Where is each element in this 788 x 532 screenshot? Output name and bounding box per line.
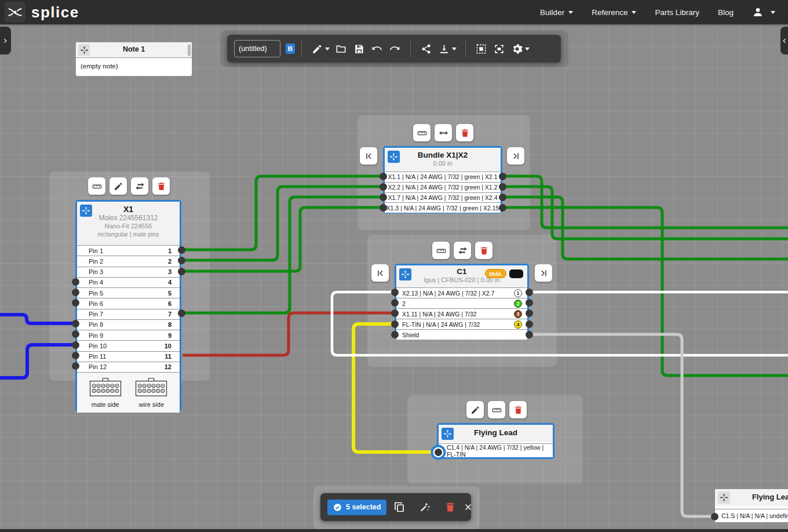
- bundle-jump-right-button[interactable]: [507, 147, 524, 165]
- wire-port[interactable]: [526, 309, 533, 317]
- bundle-stretch-button[interactable]: [435, 124, 452, 141]
- wire-port[interactable]: [526, 299, 533, 307]
- note-header[interactable]: Note 1: [76, 42, 192, 58]
- wire-port[interactable]: [499, 194, 506, 201]
- clear-selection-icon[interactable]: [463, 502, 473, 512]
- download-icon[interactable]: [439, 43, 450, 54]
- wire-port[interactable]: [380, 173, 387, 180]
- select-all-icon[interactable]: [476, 43, 487, 54]
- cable-wire-row[interactable]: FL-TIN | N/A | 24 AWG | 7/324: [396, 319, 527, 329]
- note-resize-grip[interactable]: [188, 45, 191, 56]
- fl2-header[interactable]: Flying Lead: [715, 489, 788, 506]
- fl1-edit-button[interactable]: [466, 401, 484, 418]
- move-handle-icon[interactable]: [718, 491, 730, 504]
- wire-port[interactable]: [526, 331, 533, 338]
- wire-port[interactable]: [391, 299, 399, 307]
- wire-port[interactable]: [178, 268, 185, 275]
- c1-header[interactable]: C1 Shld. Igus | CFBUS-020 | 0.00 in: [396, 265, 527, 288]
- wire-port[interactable]: [72, 330, 79, 338]
- splice-logo-icon[interactable]: [5, 2, 25, 23]
- cable-wire-row[interactable]: X1.11 | N/A | 24 AWG | 7/323: [396, 308, 527, 319]
- wire-port[interactable]: [72, 278, 79, 286]
- settings-caret-icon[interactable]: [525, 48, 530, 50]
- canvas[interactable]: Note 1 (empty note) B: [0, 0, 788, 532]
- wire-c1-4-to-fl1[interactable]: [353, 324, 438, 452]
- move-handle-icon[interactable]: [442, 428, 454, 440]
- pin-row[interactable]: Pin 99: [77, 330, 180, 340]
- x1-header[interactable]: X1 Molex 2245561312 Nano-Fit 224556 rect…: [77, 202, 180, 246]
- wire-port[interactable]: [435, 449, 442, 456]
- wire-port[interactable]: [380, 183, 387, 191]
- pin-row[interactable]: Pin 88: [77, 319, 180, 330]
- pin-row[interactable]: Pin 1111: [77, 351, 180, 362]
- c1-jump-right-button[interactable]: [535, 264, 552, 282]
- wire-port[interactable]: [178, 257, 185, 264]
- edit-tool-icon[interactable]: [312, 43, 323, 54]
- node-flying-lead-2[interactable]: Flying Lead C1.S | N/A | N/A | undefined…: [714, 489, 788, 523]
- pin-row[interactable]: Pin 55: [77, 287, 180, 298]
- wire-c1-shield-to-fl2[interactable]: [529, 334, 714, 516]
- x1-delete-button[interactable]: [152, 177, 170, 195]
- move-handle-icon[interactable]: [388, 151, 400, 163]
- wire-bundle-r2-right[interactable]: [502, 187, 788, 239]
- pin-row[interactable]: Pin 66: [77, 298, 180, 308]
- share-icon[interactable]: [421, 43, 432, 54]
- wire-port[interactable]: [526, 289, 533, 296]
- x1-edit-button[interactable]: [110, 177, 127, 195]
- c1-jump-left-button[interactable]: [371, 264, 389, 282]
- x1-measure-button[interactable]: [88, 177, 105, 195]
- nav-reference[interactable]: Reference: [592, 8, 636, 17]
- c1-measure-button[interactable]: [432, 242, 450, 259]
- wire-port[interactable]: [178, 246, 185, 254]
- selected-count-button[interactable]: 5 selected: [327, 500, 386, 515]
- c1-delete-button[interactable]: [475, 242, 493, 259]
- wire-port[interactable]: [526, 320, 533, 328]
- bundle-jump-left-button[interactable]: [360, 147, 377, 165]
- magic-wand-icon[interactable]: [419, 501, 431, 513]
- wire-port[interactable]: [178, 309, 185, 317]
- duplicate-selection-icon[interactable]: [393, 501, 405, 513]
- move-handle-icon[interactable]: [399, 268, 411, 280]
- fl1-measure-button[interactable]: [488, 401, 505, 418]
- wire-port[interactable]: [391, 309, 399, 317]
- pin-row[interactable]: Pin 77: [77, 309, 180, 319]
- node-bundle[interactable]: Bundle X1|X2 0.00 in X1.1 | N/A | 24 AWG…: [383, 146, 502, 213]
- fl1-delete-button[interactable]: [509, 401, 527, 418]
- bundle-wire-row[interactable]: X1.3 | N/A | 24 AWG | 7/32 | green | X2.…: [385, 202, 501, 213]
- pin-row[interactable]: Pin 1010: [77, 340, 180, 351]
- fl2-wire-row[interactable]: C1.S | N/A | N/A | undefined | u: [715, 509, 788, 522]
- move-handle-icon[interactable]: [78, 44, 90, 56]
- cable-wire-row[interactable]: 22: [396, 298, 527, 308]
- undo-icon[interactable]: [371, 43, 382, 54]
- wire-port[interactable]: [72, 362, 79, 370]
- wire-port[interactable]: [380, 194, 387, 201]
- delete-selection-icon[interactable]: [444, 501, 456, 513]
- left-panel-toggle[interactable]: [0, 27, 11, 54]
- c1-swap-button[interactable]: [454, 242, 471, 259]
- wire-port[interactable]: [711, 513, 718, 520]
- wire-port[interactable]: [72, 320, 79, 327]
- pin-row[interactable]: Pin 22: [77, 256, 180, 266]
- pin-row[interactable]: Pin 1212: [77, 362, 180, 372]
- wire-bundle-r1-right[interactable]: [502, 176, 788, 228]
- save-icon[interactable]: [353, 43, 364, 54]
- user-menu[interactable]: [752, 6, 775, 18]
- bundle-delete-button[interactable]: [456, 124, 473, 141]
- note-body[interactable]: (empty note): [76, 58, 192, 74]
- move-handle-icon[interactable]: [80, 205, 92, 217]
- wire-blue-to-x1-8[interactable]: [0, 315, 75, 323]
- bundle-wire-row[interactable]: X2.2 | N/A | 24 AWG | 7/32 | green | X1.…: [385, 182, 501, 192]
- note-node[interactable]: Note 1 (empty note): [75, 42, 192, 76]
- nav-blog[interactable]: Blog: [718, 8, 734, 17]
- wire-port[interactable]: [72, 289, 79, 296]
- bundle-wire-row[interactable]: X1.7 | N/A | 24 AWG | 7/32 | green | X2.…: [385, 192, 501, 203]
- bundle-measure-button[interactable]: [413, 124, 431, 141]
- fit-view-icon[interactable]: [494, 43, 505, 54]
- wire-port[interactable]: [499, 204, 506, 212]
- node-c1-cable[interactable]: C1 Shld. Igus | CFBUS-020 | 0.00 in X2.1…: [395, 264, 529, 340]
- wire-x1-7-to-bundle[interactable]: [181, 197, 383, 313]
- wire-port[interactable]: [72, 352, 79, 359]
- wire-port[interactable]: [391, 289, 399, 296]
- nav-parts-library[interactable]: Parts Library: [655, 8, 699, 17]
- harness-name-input[interactable]: [234, 40, 280, 57]
